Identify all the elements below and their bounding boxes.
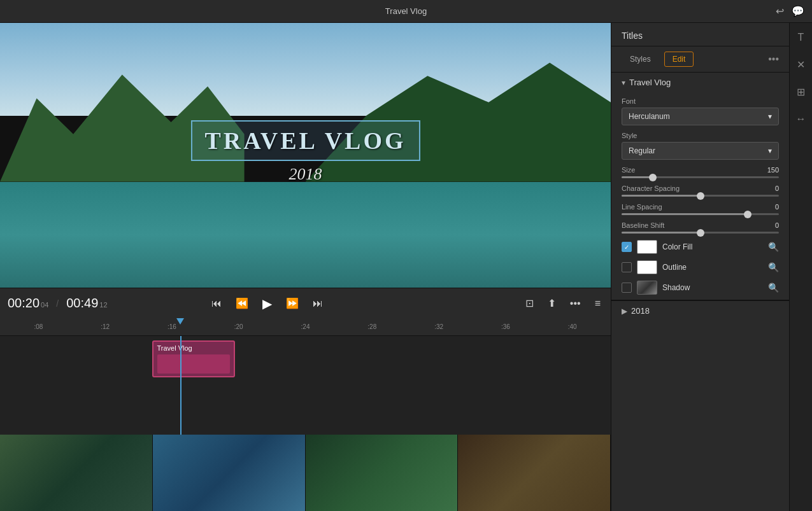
titles-panel-content: Titles Styles Edit ••• ▾ Travel Vlog xyxy=(611,23,789,511)
shadow-eyedropper-icon[interactable]: 🔍 xyxy=(768,283,779,293)
character-spacing-value: 0 xyxy=(775,185,779,192)
baseline-shift-fill xyxy=(622,232,701,234)
section-2018-chevron: ▶ xyxy=(622,307,627,316)
line-spacing-thumb[interactable] xyxy=(744,211,751,218)
font-label: Font xyxy=(622,97,779,105)
thumbnails-row xyxy=(0,435,611,511)
size-value: 150 xyxy=(767,166,779,174)
shadow-label: Shadow xyxy=(662,283,763,292)
play-button[interactable]: ▶ xyxy=(260,293,274,314)
style-value: Regular xyxy=(629,146,655,155)
panel-header: Titles xyxy=(611,23,789,46)
size-thumb[interactable] xyxy=(649,174,657,181)
title-clip-label: Travel Vlog xyxy=(157,344,230,352)
style-field: Style Regular ▾ xyxy=(622,132,779,160)
line-spacing-slider-row: Line Spacing 0 xyxy=(622,203,779,215)
tabs-row: Styles Edit ••• xyxy=(611,46,789,73)
export-button[interactable]: ⬆ xyxy=(545,295,559,312)
video-water xyxy=(0,182,611,288)
baseline-shift-header: Baseline Shift 0 xyxy=(622,221,779,229)
total-time-display: 00:49 12 xyxy=(66,296,107,311)
outline-row: Outline 🔍 xyxy=(622,260,779,274)
color-fill-eyedropper-icon[interactable]: 🔍 xyxy=(768,242,779,252)
color-fill-swatch[interactable] xyxy=(637,240,657,254)
character-spacing-thumb[interactable] xyxy=(697,192,704,200)
menu-button[interactable]: ≡ xyxy=(592,295,603,312)
playback-right-controls: ⊡ ⬆ ••• ≡ xyxy=(523,295,603,312)
undo-icon[interactable]: ↩ xyxy=(776,5,784,17)
ruler-mark-6: :32 xyxy=(406,323,473,330)
ruler-mark-0: :08 xyxy=(5,323,72,330)
style-chevron: ▾ xyxy=(768,146,772,155)
line-spacing-value: 0 xyxy=(775,203,779,211)
line-spacing-header: Line Spacing 0 xyxy=(622,203,779,211)
baseline-shift-thumb[interactable] xyxy=(697,229,704,237)
title-clip[interactable]: Travel Vlog xyxy=(152,340,235,377)
edit-section: Font Herculanum ▾ Style Regular ▾ xyxy=(611,92,789,300)
step-forward-button[interactable]: ⏩ xyxy=(283,295,301,312)
chat-icon[interactable]: 💬 xyxy=(792,5,804,17)
section-chevron-open: ▾ xyxy=(622,78,625,87)
playhead-marker xyxy=(176,318,184,325)
baseline-shift-value: 0 xyxy=(775,221,779,229)
playhead-line xyxy=(180,336,182,435)
size-track[interactable] xyxy=(622,176,779,178)
shadow-checkbox[interactable] xyxy=(622,283,632,293)
outline-eyedropper-icon[interactable]: 🔍 xyxy=(768,262,779,272)
ruler-mark-8: :40 xyxy=(539,323,606,330)
skip-to-end-button[interactable]: ⏭ xyxy=(310,295,325,312)
tab-edit[interactable]: Edit xyxy=(664,52,694,67)
sidebar-icon-titles[interactable]: T xyxy=(794,28,808,47)
ruler-mark-3: :20 xyxy=(205,323,272,330)
sidebar-icon-grid[interactable]: ⊞ xyxy=(793,82,809,102)
font-select[interactable]: Herculanum ▾ xyxy=(622,108,779,125)
app-title: Travel Vlog xyxy=(385,6,427,16)
ruler-mark-1: :12 xyxy=(72,323,139,330)
character-spacing-slider-row: Character Spacing 0 xyxy=(622,185,779,197)
style-label: Style xyxy=(622,132,779,139)
top-bar-actions: ↩ 💬 xyxy=(776,5,804,17)
outline-swatch[interactable] xyxy=(637,260,657,274)
style-select[interactable]: Regular ▾ xyxy=(622,142,779,160)
ruler-mark-2: :16 xyxy=(139,323,206,330)
ruler-mark-4: :24 xyxy=(272,323,339,330)
size-fill xyxy=(622,176,653,178)
video-preview: TRAVEL VLOG 2018 xyxy=(0,23,611,288)
thumbnail-2 xyxy=(153,435,306,511)
character-spacing-track[interactable] xyxy=(622,195,779,197)
baseline-shift-track[interactable] xyxy=(622,232,779,234)
skip-to-start-button[interactable]: ⏮ xyxy=(209,295,224,312)
tab-more-icon[interactable]: ••• xyxy=(768,53,779,65)
section-travel-vlog-name: Travel Vlog xyxy=(629,78,671,87)
line-spacing-track[interactable] xyxy=(622,213,779,215)
video-title-box: TRAVEL VLOG xyxy=(190,120,420,161)
color-fill-label: Color Fill xyxy=(662,242,763,251)
shadow-swatch[interactable] xyxy=(637,281,657,295)
top-bar: Travel Vlog ↩ 💬 xyxy=(0,0,812,23)
title-clip-inner xyxy=(157,354,230,374)
color-fill-row: Color Fill 🔍 xyxy=(622,240,779,254)
outline-checkbox[interactable] xyxy=(622,262,632,272)
section-travel-vlog-header[interactable]: ▾ Travel Vlog xyxy=(611,73,789,92)
title-track-row: Travel Vlog xyxy=(0,336,611,382)
crop-button[interactable]: ⊡ xyxy=(523,295,536,312)
right-sidebar-icons: T ✕ ⊞ ↔ xyxy=(789,23,812,511)
baseline-shift-label: Baseline Shift xyxy=(622,221,664,229)
video-title-overlay: TRAVEL VLOG 2018 xyxy=(190,120,420,184)
size-header: Size 150 xyxy=(622,166,779,174)
thumbnail-1 xyxy=(0,435,153,511)
thumbnail-3 xyxy=(306,435,459,511)
size-label: Size xyxy=(622,166,635,174)
sidebar-icon-transform[interactable]: ↔ xyxy=(792,109,810,129)
thumbnail-4 xyxy=(458,435,611,511)
section-2018-header[interactable]: ▶ 2018 xyxy=(611,300,789,321)
sidebar-icon-close[interactable]: ✕ xyxy=(793,55,809,74)
left-panel: TRAVEL VLOG 2018 00:20 04 / 00:49 12 ⏮ ⏪… xyxy=(0,23,611,511)
more-button[interactable]: ••• xyxy=(567,295,583,312)
shadow-row: Shadow 🔍 xyxy=(622,281,779,295)
timeline-tracks: Travel Vlog xyxy=(0,336,611,435)
color-fill-checkbox[interactable] xyxy=(622,242,632,252)
tab-styles[interactable]: Styles xyxy=(622,52,659,67)
step-back-button[interactable]: ⏪ xyxy=(233,295,251,312)
font-value: Herculanum xyxy=(629,112,670,121)
